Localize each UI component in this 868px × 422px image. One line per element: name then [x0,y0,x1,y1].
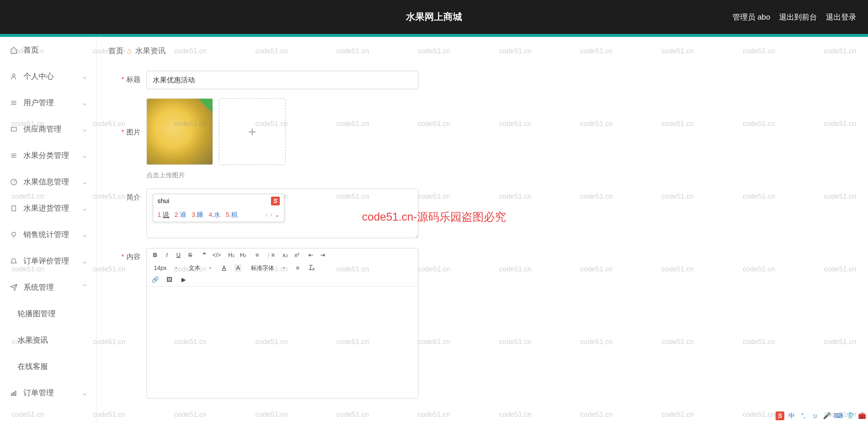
svg-rect-12 [11,394,12,396]
ime-keyboard-icon[interactable]: ⌨ [834,412,843,420]
sidebar-item-purchase[interactable]: 水果进货管理 ⌄ [0,195,96,222]
ime-candidate-4[interactable]: 4.水 [209,210,220,219]
form-row-image: *图片 + 点击上传图片 [108,98,856,180]
sidebar-item-label: 销售统计管理 [23,229,69,240]
editor-content-area[interactable] [147,287,418,398]
app-header: 水果网上商城 管理员 abo 退出到前台 退出登录 [0,0,868,34]
italic-button[interactable]: I [163,252,170,258]
admin-label[interactable]: 管理员 abo [733,12,770,22]
exit-to-front-link[interactable]: 退出到前台 [779,12,817,22]
sidebar-item-label: 用户管理 [23,97,54,108]
sidebar-item-sales-stats[interactable]: 销售统计管理 ⌄ [0,222,96,248]
svg-point-10 [12,232,16,236]
sidebar-item-label: 在线客服 [18,361,48,372]
ime-candidate-5[interactable]: 5.税 [226,210,237,219]
outdent-button[interactable]: ⇤ [308,251,315,258]
font-size-select[interactable]: 14px▾ [152,264,179,271]
svg-rect-9 [12,206,16,211]
plus-icon: + [248,124,256,140]
sidebar-item-label: 水果信息管理 [23,177,69,187]
clear-format-button[interactable]: Tx [308,264,315,272]
sidebar: 首页 个人中心 ⌄ 用户管理 ⌄ 供应商管理 ⌄ 水果分类管理 ⌄ 水果信息管理… [0,37,97,422]
sidebar-item-news[interactable]: 水果资讯 [0,327,96,354]
ime-candidate-3[interactable]: 3.睡 [192,210,204,219]
sidebar-item-carousel[interactable]: 轮播图管理 [0,301,96,327]
ime-candidate-popup: shui S 1.说 2.谁 3.睡 4.水 5.税 ‹›⌄ [153,194,284,222]
ime-punct-icon[interactable]: °, [799,412,808,420]
ime-skin-icon[interactable]: 👕 [846,412,855,420]
bullet-list-button[interactable]: ⋮≡ [266,251,275,258]
ime-toolbox-icon[interactable]: 🧰 [858,412,866,420]
sidebar-item-label: 系统管理 [23,282,54,292]
bulb-icon [10,231,18,238]
form-row-intro: 简介 shui S 1.说 2.谁 3.睡 4.水 5.税 ‹›⌄ [108,189,856,239]
superscript-button[interactable]: x² [293,252,301,258]
underline-button[interactable]: U [175,252,182,258]
bold-button[interactable]: B [152,252,159,258]
sidebar-item-home[interactable]: 首页 [0,37,96,63]
form-row-title: *标题 [108,71,856,89]
link-button[interactable]: 🔗 [152,276,159,283]
font-family-select[interactable]: 标准字体▾ [248,264,287,272]
sidebar-item-orders[interactable]: 订单管理 ⌄ [0,380,96,406]
indent-button[interactable]: ⇥ [319,251,326,258]
chevron-down-icon: ⌄ [81,256,88,265]
title-label: *标题 [108,71,146,84]
sidebar-item-label: 水果分类管理 [23,150,69,161]
sidebar-item-suppliers[interactable]: 供应商管理 ⌄ [0,116,96,142]
logout-link[interactable]: 退出登录 [826,12,856,22]
chevron-down-icon: ⌄ [81,177,88,187]
image-button[interactable]: 🖼 [166,276,173,283]
sidebar-item-users[interactable]: 用户管理 ⌄ [0,90,96,116]
sidebar-item-label: 个人中心 [23,71,54,82]
sidebar-item-label: 订单管理 [23,388,54,398]
list-icon [10,99,18,107]
form-row-content: *内容 B I U S ❞ </> H₁ H₂ [108,248,856,399]
ime-next-icon[interactable]: › [270,211,272,219]
ime-lang-icon[interactable]: 中 [787,412,796,420]
title-input[interactable] [146,71,418,89]
home-icon [10,46,18,54]
sidebar-item-support[interactable]: 在线客服 [0,354,96,380]
quote-button[interactable]: ❞ [201,251,208,258]
strikethrough-button[interactable]: S [187,252,194,258]
header-actions: 管理员 abo 退出到前台 退出登录 [733,12,856,22]
sidebar-item-label: 首页 [23,45,39,55]
upload-image-button[interactable]: + [219,98,286,165]
sidebar-item-profile[interactable]: 个人中心 ⌄ [0,63,96,90]
ime-candidate-1[interactable]: 1.说 [157,210,169,219]
h1-button[interactable]: H₁ [228,251,235,258]
align-button[interactable]: ≡ [294,264,301,271]
ime-dropdown-icon[interactable]: ⌄ [275,211,280,219]
ime-candidate-2[interactable]: 2.谁 [175,210,186,219]
ime-prev-icon[interactable]: ‹ [266,211,268,219]
breadcrumb-home[interactable]: 首页 [108,46,124,56]
gauge-icon [10,178,18,186]
h2-button[interactable]: H₂ [240,251,247,258]
code-button[interactable]: </> [213,252,221,258]
editor-toolbar: B I U S ❞ </> H₁ H₂ ≡ ⋮≡ [147,249,418,287]
sogou-tray-icon[interactable]: S [776,412,784,420]
chevron-down-icon: ⌄ [81,388,88,397]
chevron-down-icon: ⌄ [81,124,88,134]
sidebar-item-system[interactable]: 系统管理 ⌃ [0,274,96,301]
app-title: 水果网上商城 [406,10,462,24]
text-type-select[interactable]: 文本▾ [186,264,213,272]
upload-hint: 点击上传图片 [146,171,286,180]
ime-emoji-icon[interactable]: ☺ [811,412,819,420]
video-button[interactable]: ▶ [180,276,187,283]
sidebar-item-label: 轮播图管理 [18,309,56,319]
sidebar-item-fruit-info[interactable]: 水果信息管理 ⌄ [0,169,96,195]
text-color-button[interactable]: A [220,264,227,271]
ordered-list-button[interactable]: ≡ [254,252,261,258]
chevron-down-icon: ⌄ [81,151,88,160]
ime-voice-icon[interactable]: 🎤 [823,412,831,420]
subscript-button[interactable]: x₂ [282,251,289,258]
accent-bar [0,34,868,37]
sidebar-item-categories[interactable]: 水果分类管理 ⌄ [0,142,96,169]
sidebar-item-reviews[interactable]: 订单评价管理 ⌄ [0,248,96,274]
uploaded-image-thumb[interactable] [146,98,213,165]
bars-icon [10,389,18,397]
clipboard-icon [10,204,18,212]
bg-color-button[interactable]: A [235,264,242,272]
